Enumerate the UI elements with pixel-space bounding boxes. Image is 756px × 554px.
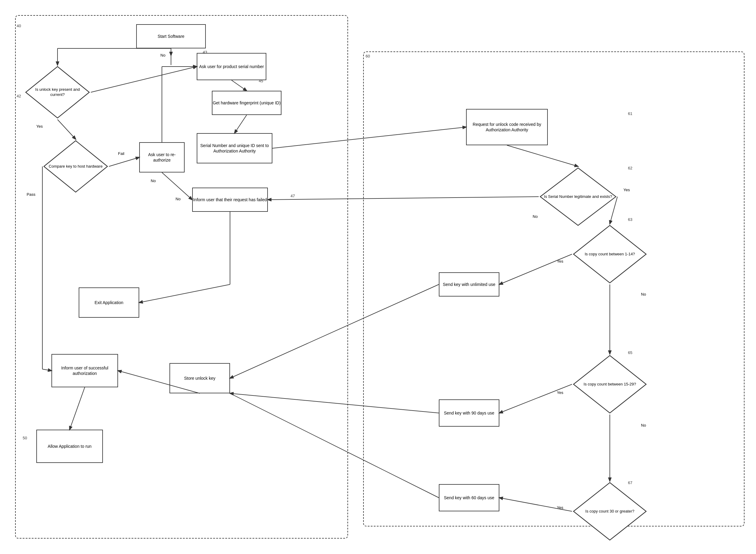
label-no-4: No (533, 214, 538, 219)
diamond-compare-key: Compare key to host hardware (42, 139, 109, 193)
ref-61: 61 (628, 111, 632, 116)
label-no-6: No (641, 423, 646, 428)
ref-40: 40 (17, 23, 21, 28)
diamond-unlock-present: Is unlock key present and current? (24, 65, 91, 119)
ref-50: 50 (23, 436, 27, 440)
diamond-copy-15-29: Is copy count between 15-29? (572, 354, 648, 414)
diagram-container: 40 41 42 43 44 45 46 47 48 49 50 51 52 6… (6, 6, 751, 548)
label-no-5: No (641, 292, 646, 296)
label-no-1: No (160, 53, 166, 57)
inform-failed-box: Inform user that their request has faile… (192, 187, 268, 212)
store-key-box: Store unlock key (169, 363, 230, 393)
label-fail: Fail (118, 151, 124, 156)
label-yes-5: Yes (557, 505, 563, 510)
allow-app-box: Allow Application to run (36, 430, 103, 463)
exit-app-box: Exit Application (79, 287, 139, 318)
ask-serial-box: Ask user for product serial number (197, 53, 266, 80)
label-no-3: No (175, 197, 181, 201)
diamond-copy-30plus: Is copy count 30 or greater? (572, 481, 648, 542)
label-no-2: No (151, 178, 156, 183)
request-received-box: Request for unlock code received by Auth… (466, 109, 548, 145)
start-software-box: Start Software (136, 24, 206, 48)
get-fingerprint-box: Get hardware fingerprint (unique ID) (212, 91, 281, 115)
label-yes-1: Yes (36, 124, 43, 128)
right-process-box (363, 51, 745, 527)
send-90days-box: Send key with 90 days use (439, 399, 499, 427)
ref-47: 47 (290, 193, 295, 198)
send-60days-box: Send key with 60 days use (439, 484, 499, 511)
label-pass: Pass (26, 192, 36, 197)
label-yes-2: Yes (624, 187, 630, 192)
label-yes-3: Yes (557, 259, 563, 264)
ask-reauth-box: Ask user to re-authorize (139, 142, 184, 172)
ref-62: 62 (628, 166, 632, 170)
ref-42: 42 (17, 94, 21, 98)
diamond-copy-1-14: Is copy count between 1-14? (572, 224, 648, 284)
ref-63: 63 (628, 217, 632, 222)
inform-success-box: Inform user of successful authorization (51, 354, 118, 387)
serial-sent-box: Serial Number and unique ID sent to Auth… (197, 133, 272, 163)
ref-60: 60 (366, 54, 370, 58)
label-yes-4: Yes (557, 390, 563, 395)
send-unlimited-box: Send key with unlimited use (439, 272, 499, 296)
diamond-serial-legit: Is Serial Number legitimate and exists? (539, 166, 617, 227)
